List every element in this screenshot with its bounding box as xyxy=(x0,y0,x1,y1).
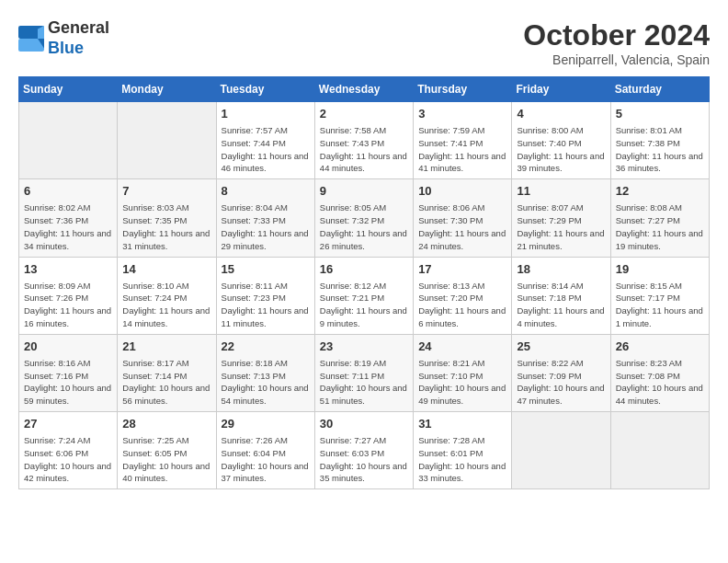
calendar-cell: 7Sunrise: 8:03 AMSunset: 7:35 PMDaylight… xyxy=(118,179,216,257)
calendar-week-3: 13Sunrise: 8:09 AMSunset: 7:26 PMDayligh… xyxy=(19,257,710,334)
day-info: Sunrise: 8:12 AMSunset: 7:21 PMDaylight:… xyxy=(320,280,408,330)
day-number: 31 xyxy=(418,416,506,432)
day-info: Sunrise: 7:26 AMSunset: 6:04 PMDaylight:… xyxy=(222,434,310,485)
day-info: Sunrise: 7:59 AMSunset: 7:41 PMDaylight:… xyxy=(418,124,506,175)
calendar-cell: 30Sunrise: 7:27 AMSunset: 6:03 PMDayligh… xyxy=(314,412,413,489)
calendar-header-row: SundayMondayTuesdayWednesdayThursdayFrid… xyxy=(19,77,710,102)
day-number: 19 xyxy=(616,261,704,278)
calendar-week-1: 1Sunrise: 7:57 AMSunset: 7:44 PMDaylight… xyxy=(19,102,710,179)
calendar-cell: 14Sunrise: 8:10 AMSunset: 7:24 PMDayligh… xyxy=(118,257,216,334)
day-info: Sunrise: 8:08 AMSunset: 7:27 PMDaylight:… xyxy=(616,201,704,252)
day-info: Sunrise: 8:19 AMSunset: 7:11 PMDaylight:… xyxy=(320,357,408,408)
day-info: Sunrise: 8:14 AMSunset: 7:18 PMDaylight:… xyxy=(517,280,605,330)
calendar-header-wednesday: Wednesday xyxy=(314,77,413,102)
day-number: 28 xyxy=(122,416,210,432)
day-info: Sunrise: 7:28 AMSunset: 6:01 PMDaylight:… xyxy=(418,434,506,485)
day-info: Sunrise: 8:00 AMSunset: 7:40 PMDaylight:… xyxy=(517,124,605,175)
day-info: Sunrise: 7:58 AMSunset: 7:43 PMDaylight:… xyxy=(320,124,408,175)
day-number: 27 xyxy=(24,416,112,432)
day-number: 12 xyxy=(616,183,704,200)
calendar-cell: 18Sunrise: 8:14 AMSunset: 7:18 PMDayligh… xyxy=(512,257,610,334)
day-number: 11 xyxy=(517,183,605,200)
day-info: Sunrise: 8:17 AMSunset: 7:14 PMDaylight:… xyxy=(122,357,210,408)
calendar-header-tuesday: Tuesday xyxy=(216,77,314,102)
calendar-cell: 10Sunrise: 8:06 AMSunset: 7:30 PMDayligh… xyxy=(414,179,512,257)
day-number: 17 xyxy=(418,261,506,278)
calendar-cell: 26Sunrise: 8:23 AMSunset: 7:08 PMDayligh… xyxy=(610,334,709,411)
day-info: Sunrise: 8:11 AMSunset: 7:23 PMDaylight:… xyxy=(222,280,310,330)
day-info: Sunrise: 8:07 AMSunset: 7:29 PMDaylight:… xyxy=(517,201,605,252)
day-info: Sunrise: 7:57 AMSunset: 7:44 PMDaylight:… xyxy=(222,124,310,175)
day-info: Sunrise: 8:15 AMSunset: 7:17 PMDaylight:… xyxy=(616,280,704,330)
calendar-cell: 1Sunrise: 7:57 AMSunset: 7:44 PMDaylight… xyxy=(216,102,314,179)
calendar-cell: 13Sunrise: 8:09 AMSunset: 7:26 PMDayligh… xyxy=(19,257,118,334)
calendar-cell: 21Sunrise: 8:17 AMSunset: 7:14 PMDayligh… xyxy=(118,334,216,411)
day-number: 7 xyxy=(122,183,210,200)
calendar-cell: 29Sunrise: 7:26 AMSunset: 6:04 PMDayligh… xyxy=(216,412,314,489)
day-number: 4 xyxy=(517,106,605,122)
calendar-header-saturday: Saturday xyxy=(610,77,709,102)
calendar-cell xyxy=(19,102,118,179)
day-number: 16 xyxy=(320,261,408,278)
day-number: 10 xyxy=(418,183,506,200)
calendar-header-monday: Monday xyxy=(118,77,216,102)
calendar-cell: 28Sunrise: 7:25 AMSunset: 6:05 PMDayligh… xyxy=(118,412,216,489)
day-number: 14 xyxy=(122,261,210,278)
page-header: General Blue October 2024 Beniparrell, V… xyxy=(18,18,710,67)
day-info: Sunrise: 8:04 AMSunset: 7:33 PMDaylight:… xyxy=(222,201,310,252)
calendar-cell: 2Sunrise: 7:58 AMSunset: 7:43 PMDaylight… xyxy=(314,102,413,179)
day-number: 29 xyxy=(222,416,310,432)
calendar-header-friday: Friday xyxy=(512,77,610,102)
calendar-cell: 19Sunrise: 8:15 AMSunset: 7:17 PMDayligh… xyxy=(610,257,709,334)
calendar-cell: 23Sunrise: 8:19 AMSunset: 7:11 PMDayligh… xyxy=(314,334,413,411)
day-number: 15 xyxy=(222,261,310,278)
day-info: Sunrise: 8:02 AMSunset: 7:36 PMDaylight:… xyxy=(24,201,112,252)
calendar-cell: 8Sunrise: 8:04 AMSunset: 7:33 PMDaylight… xyxy=(216,179,314,257)
calendar-table: SundayMondayTuesdayWednesdayThursdayFrid… xyxy=(18,76,710,489)
day-info: Sunrise: 8:05 AMSunset: 7:32 PMDaylight:… xyxy=(320,201,408,252)
day-number: 18 xyxy=(517,261,605,278)
day-info: Sunrise: 8:18 AMSunset: 7:13 PMDaylight:… xyxy=(222,357,310,408)
calendar-cell: 15Sunrise: 8:11 AMSunset: 7:23 PMDayligh… xyxy=(216,257,314,334)
calendar-week-2: 6Sunrise: 8:02 AMSunset: 7:36 PMDaylight… xyxy=(19,179,710,257)
day-number: 2 xyxy=(320,106,408,122)
day-info: Sunrise: 8:03 AMSunset: 7:35 PMDaylight:… xyxy=(122,201,210,252)
calendar-header-sunday: Sunday xyxy=(19,77,118,102)
day-info: Sunrise: 7:27 AMSunset: 6:03 PMDaylight:… xyxy=(320,434,408,485)
calendar-cell: 11Sunrise: 8:07 AMSunset: 7:29 PMDayligh… xyxy=(512,179,610,257)
calendar-cell: 25Sunrise: 8:22 AMSunset: 7:09 PMDayligh… xyxy=(512,334,610,411)
day-number: 24 xyxy=(418,339,506,355)
day-number: 23 xyxy=(320,339,408,355)
day-number: 9 xyxy=(320,183,408,200)
day-info: Sunrise: 7:25 AMSunset: 6:05 PMDaylight:… xyxy=(122,434,210,485)
calendar-cell xyxy=(118,102,216,179)
day-number: 6 xyxy=(24,183,112,200)
calendar-cell: 9Sunrise: 8:05 AMSunset: 7:32 PMDaylight… xyxy=(314,179,413,257)
calendar-week-5: 27Sunrise: 7:24 AMSunset: 6:06 PMDayligh… xyxy=(19,412,710,489)
day-info: Sunrise: 8:09 AMSunset: 7:26 PMDaylight:… xyxy=(24,280,112,330)
day-info: Sunrise: 8:06 AMSunset: 7:30 PMDaylight:… xyxy=(418,201,506,252)
day-info: Sunrise: 8:13 AMSunset: 7:20 PMDaylight:… xyxy=(418,280,506,330)
title-block: October 2024 Beniparrell, Valencia, Spai… xyxy=(523,18,710,67)
calendar-cell: 12Sunrise: 8:08 AMSunset: 7:27 PMDayligh… xyxy=(610,179,709,257)
day-number: 26 xyxy=(616,339,704,355)
day-number: 5 xyxy=(616,106,704,122)
day-number: 1 xyxy=(222,106,310,122)
day-number: 22 xyxy=(222,339,310,355)
calendar-cell: 16Sunrise: 8:12 AMSunset: 7:21 PMDayligh… xyxy=(314,257,413,334)
month-title: October 2024 xyxy=(523,18,710,52)
calendar-week-4: 20Sunrise: 8:16 AMSunset: 7:16 PMDayligh… xyxy=(19,334,710,411)
calendar-cell: 3Sunrise: 7:59 AMSunset: 7:41 PMDaylight… xyxy=(414,102,512,179)
day-number: 8 xyxy=(222,183,310,200)
day-info: Sunrise: 8:16 AMSunset: 7:16 PMDaylight:… xyxy=(24,357,112,408)
day-info: Sunrise: 7:24 AMSunset: 6:06 PMDaylight:… xyxy=(24,434,112,485)
calendar-cell: 6Sunrise: 8:02 AMSunset: 7:36 PMDaylight… xyxy=(19,179,118,257)
day-info: Sunrise: 8:01 AMSunset: 7:38 PMDaylight:… xyxy=(616,124,704,175)
calendar-cell: 31Sunrise: 7:28 AMSunset: 6:01 PMDayligh… xyxy=(414,412,512,489)
calendar-cell: 17Sunrise: 8:13 AMSunset: 7:20 PMDayligh… xyxy=(414,257,512,334)
calendar-cell xyxy=(610,412,709,489)
calendar-cell: 27Sunrise: 7:24 AMSunset: 6:06 PMDayligh… xyxy=(19,412,118,489)
day-number: 30 xyxy=(320,416,408,432)
calendar-cell: 24Sunrise: 8:21 AMSunset: 7:10 PMDayligh… xyxy=(414,334,512,411)
location-subtitle: Beniparrell, Valencia, Spain xyxy=(523,52,710,67)
